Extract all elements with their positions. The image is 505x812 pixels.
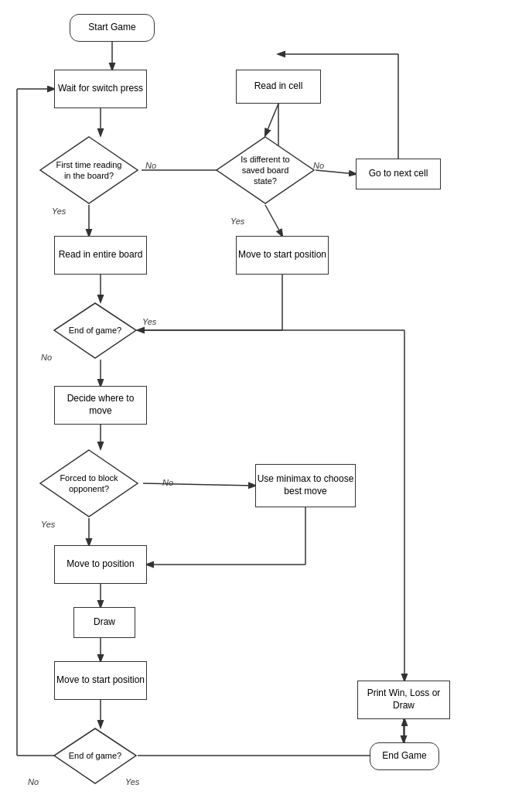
read-cell-label: Read in cell — [254, 80, 303, 93]
flowchart: Start Game Wait for switch press First t… — [0, 0, 505, 812]
label-yes-first-time: Yes — [52, 206, 66, 216]
svg-line-23 — [265, 104, 278, 135]
wait-switch-label: Wait for switch press — [58, 83, 143, 95]
draw-node: Draw — [73, 607, 135, 638]
label-yes-is-different: Yes — [230, 217, 244, 226]
forced-block-node: Forced to block opponent? — [39, 449, 139, 518]
move-position-node: Move to position — [54, 545, 147, 584]
is-different-node: Is different to saved board state? — [215, 135, 316, 205]
label-yes-forced: Yes — [41, 520, 55, 529]
end-game1-label: End of game? — [69, 325, 122, 336]
move-start2-node: Move to start position — [54, 661, 147, 700]
start-game-node: Start Game — [70, 14, 155, 42]
read-cell-node: Read in cell — [236, 70, 321, 104]
use-minimax-label: Use minimax to choose best move — [256, 473, 355, 497]
decide-move-label: Decide where to move — [55, 393, 146, 417]
decide-move-node: Decide where to move — [54, 386, 147, 425]
svg-line-24 — [316, 170, 356, 174]
move-position-label: Move to position — [67, 558, 134, 571]
end-game1-node: End of game? — [53, 302, 138, 360]
move-start1-node: Move to start position — [236, 236, 329, 275]
first-time-label: First time reading in the board? — [54, 159, 124, 182]
label-no-first-time: No — [145, 161, 156, 170]
forced-block-label: Forced to block opponent? — [54, 473, 124, 495]
start-game-label: Start Game — [88, 22, 135, 34]
label-no-end-game1: No — [41, 353, 52, 362]
label-no-end-game2: No — [28, 777, 39, 786]
label-yes-end-game1: Yes — [142, 317, 156, 326]
print-win-node: Print Win, Loss or Draw — [357, 681, 450, 719]
svg-line-27 — [265, 205, 282, 236]
read-entire-node: Read in entire board — [54, 236, 147, 275]
move-start1-label: Move to start position — [238, 249, 326, 261]
end-game2-label: End of game? — [69, 750, 122, 761]
label-yes-end-game2: Yes — [125, 777, 139, 786]
go-next-cell-node: Go to next cell — [356, 159, 441, 189]
go-next-cell-label: Go to next cell — [369, 168, 428, 180]
print-win-label: Print Win, Loss or Draw — [358, 687, 449, 711]
end-game2-node: End of game? — [53, 727, 138, 785]
draw-label: Draw — [94, 616, 115, 629]
label-no-is-different: No — [313, 161, 324, 170]
first-time-node: First time reading in the board? — [39, 135, 139, 205]
end-game-node: End Game — [370, 742, 439, 770]
end-game-label: End Game — [382, 750, 426, 763]
use-minimax-node: Use minimax to choose best move — [255, 464, 356, 507]
is-different-label: Is different to saved board state? — [230, 154, 300, 187]
label-no-forced: No — [162, 478, 173, 487]
wait-switch-node: Wait for switch press — [54, 70, 147, 108]
read-entire-label: Read in entire board — [59, 249, 143, 261]
move-start2-label: Move to start position — [56, 674, 145, 687]
svg-line-10 — [143, 483, 255, 486]
